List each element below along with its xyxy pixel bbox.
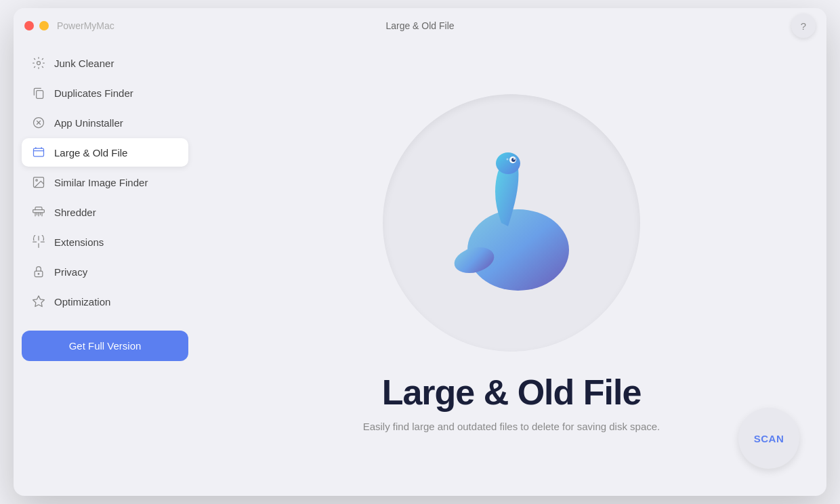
sidebar-item-label: Privacy: [54, 266, 87, 278]
sidebar-item-similar-image-finder[interactable]: Similar Image Finder: [22, 168, 188, 196]
mascot-circle: [383, 94, 640, 352]
feature-title: Large & Old File: [382, 372, 642, 413]
svg-rect-5: [34, 148, 44, 156]
sidebar-item-large-old-file[interactable]: Large & Old File: [22, 138, 188, 167]
svg-point-0: [37, 62, 41, 65]
uninstaller-icon: [31, 115, 46, 130]
sidebar-item-extensions[interactable]: Extensions: [22, 228, 188, 256]
app-name: PowerMyMac: [57, 20, 114, 31]
svg-marker-11: [33, 296, 45, 307]
sidebar: Junk Cleaner Duplicates Finder: [14, 43, 196, 496]
sidebar-item-label: Similar Image Finder: [54, 177, 148, 188]
scan-button[interactable]: SCAN: [738, 408, 799, 469]
file-icon: [31, 145, 46, 160]
svg-point-10: [38, 274, 39, 275]
minimize-button[interactable]: [39, 21, 49, 30]
sidebar-item-privacy[interactable]: Privacy: [22, 257, 188, 286]
help-button[interactable]: ?: [791, 14, 816, 38]
optimization-icon: [31, 294, 46, 309]
sidebar-item-label: Duplicates Finder: [54, 87, 133, 99]
svg-point-18: [507, 158, 509, 160]
sidebar-item-label: Shredder: [54, 207, 96, 218]
lock-icon: [31, 264, 46, 279]
get-full-version-button[interactable]: Get Full Version: [22, 331, 188, 361]
extensions-icon: [31, 234, 46, 249]
svg-point-14: [496, 152, 520, 174]
svg-point-17: [513, 158, 515, 159]
titlebar: PowerMyMac Large & Old File ?: [14, 8, 826, 43]
sidebar-item-label: App Uninstaller: [54, 117, 123, 129]
sidebar-item-app-uninstaller[interactable]: App Uninstaller: [22, 108, 188, 137]
sidebar-item-label: Extensions: [54, 236, 104, 248]
sidebar-item-label: Junk Cleaner: [54, 58, 114, 69]
feature-description: Easily find large and outdated files to …: [363, 421, 660, 432]
app-window: PowerMyMac Large & Old File ? Junk Clean…: [14, 8, 826, 496]
sidebar-item-label: Large & Old File: [54, 147, 127, 159]
sidebar-item-optimization[interactable]: Optimization: [22, 287, 188, 316]
mascot-illustration: [437, 148, 586, 297]
svg-point-7: [36, 180, 38, 182]
sidebar-item-junk-cleaner[interactable]: Junk Cleaner: [22, 49, 188, 77]
duplicate-icon: [31, 85, 46, 100]
gear-broom-icon: [31, 56, 46, 70]
sidebar-item-label: Optimization: [54, 296, 110, 308]
svg-rect-1: [37, 91, 43, 99]
content-area: Large & Old File Easily find large and o…: [196, 43, 826, 496]
shredder-icon: [31, 205, 46, 219]
traffic-lights: [24, 21, 49, 30]
main-layout: Junk Cleaner Duplicates Finder: [14, 43, 826, 496]
sidebar-item-shredder[interactable]: Shredder: [22, 198, 188, 226]
close-button[interactable]: [24, 21, 34, 30]
window-title: Large & Old File: [385, 20, 454, 31]
sidebar-item-duplicates-finder[interactable]: Duplicates Finder: [22, 79, 188, 107]
image-icon: [31, 175, 46, 190]
